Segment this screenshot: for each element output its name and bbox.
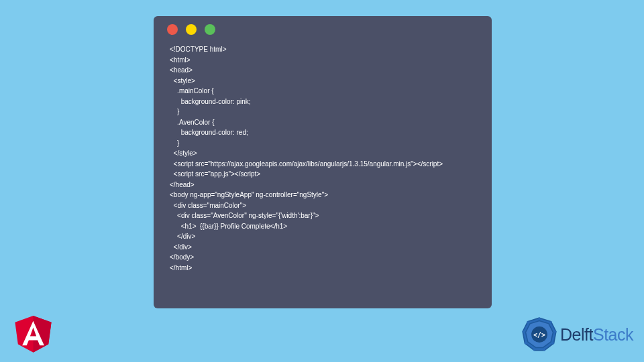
svg-point-8 xyxy=(554,330,556,333)
svg-point-6 xyxy=(538,318,540,320)
maximize-icon[interactable] xyxy=(205,24,215,35)
delftstack-logo: </> DelftStack xyxy=(521,316,633,353)
svg-point-7 xyxy=(550,321,552,323)
delft-text-second: Stack xyxy=(593,325,633,344)
close-icon[interactable] xyxy=(167,24,178,35)
minimize-icon[interactable] xyxy=(186,24,197,35)
code-content: <!DOCTYPE html> <html> <head> <style> .m… xyxy=(166,44,480,273)
svg-point-9 xyxy=(552,342,554,344)
delftstack-wordmark: DelftStack xyxy=(560,325,633,345)
angular-logo-icon xyxy=(13,311,54,355)
window-controls xyxy=(166,24,480,35)
code-editor-window: <!DOCTYPE html> <html> <head> <style> .m… xyxy=(154,16,492,308)
svg-point-14 xyxy=(527,321,529,323)
svg-text:</>: </> xyxy=(533,331,545,339)
svg-point-10 xyxy=(543,349,545,351)
svg-point-12 xyxy=(525,342,527,344)
svg-point-13 xyxy=(523,330,525,333)
delft-text-first: Delft xyxy=(560,325,593,344)
svg-point-11 xyxy=(533,349,535,351)
delftstack-seal-icon: </> xyxy=(521,316,557,353)
